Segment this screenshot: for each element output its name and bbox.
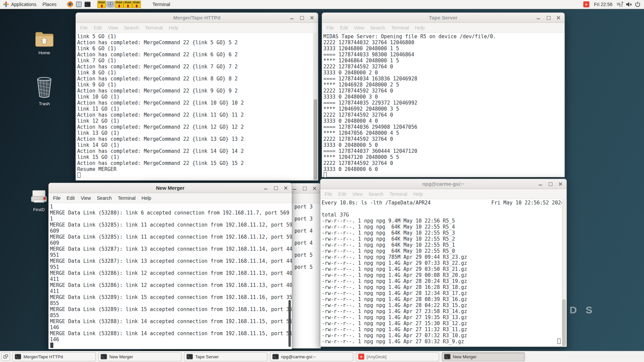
menu-search[interactable]: Search (97, 195, 112, 201)
menu-file[interactable]: File (325, 191, 332, 197)
applications-menu[interactable]: Applications (0, 0, 40, 9)
terminal-output[interactable]: 1 MERGE Data Link (53280): link 6 accept… (49, 203, 292, 349)
midas-launcher-4[interactable]: Midas (132, 0, 141, 9)
show-desktop-icon (3, 354, 8, 359)
close-button[interactable] (558, 182, 562, 186)
anydesk-icon: » (358, 354, 364, 360)
terminal-window-icon (444, 354, 450, 359)
menu-edit[interactable]: Edit (338, 191, 346, 197)
scrollbar[interactable] (313, 33, 318, 180)
menu-view[interactable]: View (353, 191, 363, 197)
desktop: D S Home Trash FirstD Merger/Tape HTTPd (0, 0, 644, 362)
menubar: File Edit View Search Terminal Help (322, 23, 565, 33)
taskbar-item-new-merger-2[interactable]: New Merger (442, 352, 525, 361)
minimize-button[interactable] (292, 186, 297, 190)
menu-terminal[interactable]: Terminal (389, 191, 407, 197)
terminal-output[interactable]: MIDAS Tape Server: Opening file R5 on de… (322, 33, 565, 177)
maximize-button[interactable] (548, 182, 552, 186)
terminal-output[interactable]: Every 10.0s: ls -lth /TapeData/APR24 Fri… (320, 199, 567, 347)
menu-search[interactable]: Search (124, 25, 139, 31)
file-manager-icon (75, 1, 82, 8)
terminal-launcher[interactable]: ›_ (83, 0, 92, 9)
places-menu[interactable]: Places (40, 0, 60, 9)
close-button[interactable] (556, 16, 560, 20)
scrollbar-thumb[interactable] (562, 299, 566, 346)
menu-terminal[interactable]: Terminal (145, 25, 163, 31)
minimize-button[interactable] (264, 186, 268, 190)
minimize-button[interactable] (538, 182, 542, 186)
menu-help[interactable]: Help (413, 191, 423, 197)
terminal-cursor (324, 172, 327, 178)
taskbar-item-tape-server[interactable]: Tape Server (184, 352, 267, 361)
scrollbar-thumb[interactable] (314, 99, 317, 180)
menu-help[interactable]: Help (169, 25, 178, 31)
taskbar-item-new-merger-1[interactable]: New Merger (98, 352, 181, 361)
menu-terminal[interactable]: Terminal (391, 25, 409, 31)
taskbar-item-anydesk[interactable]: » [AnyDesk] (356, 352, 439, 361)
titlebar[interactable]: Merger/Tape HTTPd (76, 13, 318, 23)
terminal-icon: ›_ (84, 1, 91, 7)
tape-tool-icon (106, 1, 114, 8)
desktop-icon-trash[interactable]: Trash (29, 76, 59, 106)
power-button[interactable] (633, 0, 642, 9)
close-button[interactable] (313, 186, 317, 190)
network-status-icon[interactable]: ? (616, 0, 625, 9)
terminal-output[interactable]: link 5 GO (1) Action has completed: Merg… (76, 33, 318, 180)
menu-view[interactable]: View (354, 25, 364, 31)
svg-text:?: ? (621, 1, 623, 5)
menu-search[interactable]: Search (370, 25, 385, 31)
menu-help[interactable]: Help (142, 195, 151, 201)
window-title: New Merger (49, 185, 292, 191)
clock[interactable]: Fri 22:56 (591, 2, 616, 7)
top-panel: Applications Places (0, 0, 644, 9)
menu-file[interactable]: File (53, 195, 61, 201)
maximize-button[interactable] (303, 186, 307, 190)
terminal-window-icon (101, 354, 107, 359)
network-question-icon: ? (617, 1, 624, 7)
menu-file[interactable]: File (326, 25, 334, 31)
window-new-merger: New Merger File Edit View Search Termina… (48, 183, 292, 349)
taskbar-item-npg-carme-gsi[interactable]: npg@carme-gsi:~ (270, 352, 353, 361)
menu-edit[interactable]: Edit (67, 195, 75, 201)
menu-help[interactable]: Help (415, 25, 425, 31)
menu-view[interactable]: View (108, 25, 118, 31)
terminal-app-label: Terminal (153, 2, 170, 7)
show-desktop-button[interactable] (1, 352, 10, 361)
minimize-button[interactable] (290, 16, 294, 20)
maximize-button[interactable] (300, 16, 304, 20)
titlebar[interactable]: Tape Server (322, 13, 565, 23)
volume-muted-icon[interactable] (625, 0, 633, 9)
close-button[interactable] (310, 16, 314, 20)
close-button[interactable] (284, 186, 288, 190)
titlebar[interactable]: New Merger (49, 183, 292, 193)
midas-launcher-1[interactable]: Midas (97, 0, 106, 9)
scrollbar-thumb[interactable] (288, 300, 291, 347)
svg-text:›_: ›_ (86, 3, 89, 6)
firefox-launcher[interactable] (66, 0, 74, 9)
menu-edit[interactable]: Edit (94, 25, 102, 31)
tape-tool-launcher[interactable] (106, 0, 115, 9)
menubar: File Edit View Search Terminal Help (76, 23, 318, 33)
maximize-button[interactable] (546, 16, 550, 20)
anydesk-tray-icon[interactable]: » (582, 0, 591, 9)
menu-search[interactable]: Search (369, 191, 383, 197)
firefox-icon (67, 1, 73, 8)
menu-terminal[interactable]: Terminal (118, 195, 136, 201)
maximize-button[interactable] (274, 186, 278, 190)
menu-edit[interactable]: Edit (340, 25, 348, 31)
titlebar[interactable]: npg@carme-gsi:~ (320, 179, 567, 189)
menu-view[interactable]: View (81, 195, 91, 201)
desktop-icon-home[interactable]: Home (29, 30, 59, 55)
midas-launcher-3[interactable]: Midas (123, 0, 132, 9)
scrollbar[interactable] (562, 199, 566, 346)
menu-file[interactable]: File (80, 25, 88, 31)
taskbar-item-label: [AnyDesk] (367, 354, 386, 359)
terminal-cursor (77, 172, 80, 178)
file-manager-launcher[interactable] (74, 0, 83, 9)
terminal-app-indicator[interactable]: Terminal (150, 0, 173, 9)
minimize-button[interactable] (536, 16, 540, 20)
midas-launcher-2[interactable]: Midas (115, 0, 123, 9)
menubar: File Edit View Search Terminal Help (49, 193, 292, 203)
taskbar-item-merger-tape-httpd[interactable]: Merger/Tape HTTPd (12, 352, 96, 361)
wallpaper-watermark: D S (570, 304, 595, 316)
